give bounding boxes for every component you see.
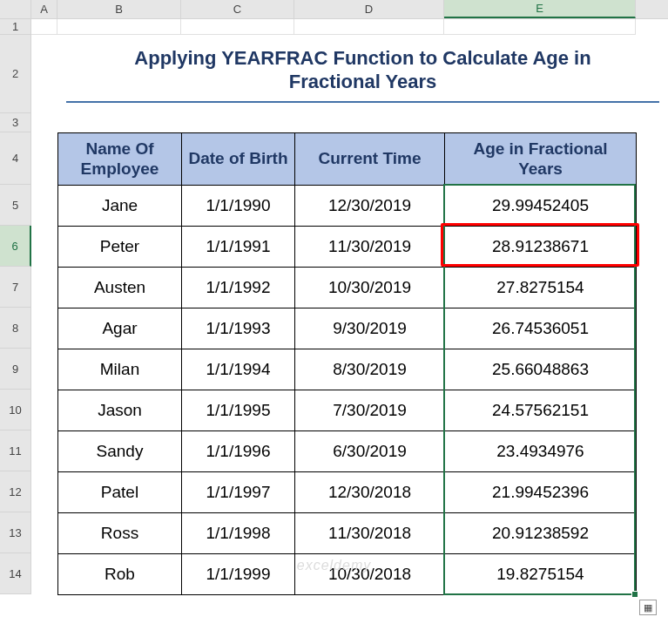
cell-d1[interactable] [294,19,444,35]
cell-a3[interactable] [31,113,57,132]
cell-name[interactable]: Agar [58,308,182,349]
cell-current[interactable]: 9/30/2019 [295,308,445,349]
cell-name[interactable]: Patel [58,472,182,513]
cell-a8[interactable] [31,308,57,349]
cell-a5[interactable] [31,185,57,226]
cell-dob[interactable]: 1/1/1997 [182,472,295,513]
row-label-8[interactable]: 8 [0,308,31,349]
header-age[interactable]: Age in Fractional Years [445,133,637,186]
table-row: Jane1/1/199012/30/201929.99452405 [58,186,637,227]
header-current[interactable]: Current Time [295,133,445,186]
table-row: Rob1/1/199910/30/201819.8275154 [58,554,637,595]
col-header-e[interactable]: E [444,0,636,18]
cell-current[interactable]: 6/30/2019 [295,431,445,472]
cell-current[interactable]: 10/30/2019 [295,268,445,308]
cell-a10[interactable] [31,390,57,430]
spreadsheet: A B C D E 1 2 Applying YEARFRAC [0,0,668,644]
cell-dob[interactable]: 1/1/1990 [182,186,295,227]
row-label-7[interactable]: 7 [0,267,31,308]
autofill-options-icon[interactable]: ▦ [639,600,657,615]
cell-dob[interactable]: 1/1/1996 [182,431,295,472]
cell-dob[interactable]: 1/1/1999 [182,554,295,595]
cell-name[interactable]: Jason [58,390,182,431]
cell-name[interactable]: Rob [58,554,182,595]
cell-dob[interactable]: 1/1/1994 [182,349,295,390]
cell-a2[interactable] [31,35,57,113]
row-label-12[interactable]: 12 [0,471,31,512]
cell-a12[interactable] [31,471,57,512]
cell-dob[interactable]: 1/1/1995 [182,390,295,431]
cell-age[interactable]: 20.91238592 [445,513,637,554]
cell-dob[interactable]: 1/1/1998 [182,513,295,554]
col-header-c[interactable]: C [181,0,294,18]
cell-current[interactable]: 11/30/2019 [295,227,445,268]
cell-age[interactable]: 24.57562151 [445,390,637,431]
cell-current[interactable]: 12/30/2019 [295,186,445,227]
table-row: Sandy1/1/19966/30/201923.4934976 [58,431,637,472]
cell-current[interactable]: 12/30/2018 [295,472,445,513]
column-headers: A B C D E [0,0,668,19]
table-row: Austen1/1/199210/30/201927.8275154 [58,268,637,308]
cell-name[interactable]: Sandy [58,431,182,472]
cell-current[interactable]: 10/30/2018 [295,554,445,595]
cell-current[interactable]: 7/30/2019 [295,390,445,431]
select-all-corner[interactable] [0,0,31,18]
row-label-13[interactable]: 13 [0,512,31,553]
cell-dob[interactable]: 1/1/1993 [182,308,295,349]
table-row: Ross1/1/199811/30/201820.91238592 [58,513,637,554]
cell-age[interactable]: 29.99452405 [445,186,637,227]
cell-age[interactable]: 19.8275154 [445,554,637,595]
cell-current[interactable]: 8/30/2019 [295,349,445,390]
row-label-3[interactable]: 3 [0,113,31,132]
cell-a9[interactable] [31,349,57,390]
cell-age[interactable]: 28.91238671 [445,227,637,268]
row-label-4[interactable]: 4 [0,132,31,185]
table-row: Peter1/1/199111/30/201928.91238671 [58,227,637,268]
cell-name[interactable]: Ross [58,513,182,554]
page-title: Applying YEARFRAC Function to Calculate … [134,46,590,94]
cell-a13[interactable] [31,512,57,553]
cell-name[interactable]: Peter [58,227,182,268]
header-name[interactable]: Name Of Employee [58,133,182,186]
header-dob[interactable]: Date of Birth [182,133,295,186]
cell-a11[interactable] [31,430,57,471]
cell-current[interactable]: 11/30/2018 [295,513,445,554]
row-label-11[interactable]: 11 [0,430,31,471]
row-label-10[interactable]: 10 [0,390,31,430]
row-label-2[interactable]: 2 [0,35,31,113]
col-header-b[interactable]: B [57,0,181,18]
cell-a7[interactable] [31,267,57,308]
row-label-5[interactable]: 5 [0,185,31,226]
row-label-14[interactable]: 14 [0,553,31,594]
cell-dob[interactable]: 1/1/1992 [182,268,295,308]
cell-age[interactable]: 27.8275154 [445,268,637,308]
row-label-9[interactable]: 9 [0,349,31,390]
cell-b1[interactable] [57,19,181,35]
cell-a14[interactable] [31,553,57,594]
cell-dob[interactable]: 1/1/1991 [182,227,295,268]
cell-age[interactable]: 25.66048863 [445,349,637,390]
cell-name[interactable]: Jane [58,186,182,227]
row-2: 2 Applying YEARFRAC Function to Calculat… [0,35,668,113]
cell-a6[interactable] [31,226,57,267]
title-merged-cell[interactable]: Applying YEARFRAC Function to Calculate … [57,35,668,113]
cell-name[interactable]: Milan [58,349,182,390]
cell-c1[interactable] [181,19,294,35]
data-table: Name Of Employee Date of Birth Current T… [57,132,637,595]
row-1: 1 [0,19,668,35]
cell-age[interactable]: 23.4934976 [445,431,637,472]
title-underline [66,101,659,103]
col-header-a[interactable]: A [31,0,57,18]
row-label-6[interactable]: 6 [0,226,31,267]
cell-age[interactable]: 26.74536051 [445,308,637,349]
fill-handle[interactable] [631,591,638,598]
cell-age[interactable]: 21.99452396 [445,472,637,513]
col-header-d[interactable]: D [294,0,444,18]
row-label-1[interactable]: 1 [0,19,31,35]
cell-e1[interactable] [444,19,636,35]
cell-a4[interactable] [31,132,57,185]
data-table-region: Name Of Employee Date of Birth Current T… [57,132,636,595]
row-3: 3 [0,113,668,132]
cell-a1[interactable] [31,19,57,35]
cell-name[interactable]: Austen [58,268,182,308]
